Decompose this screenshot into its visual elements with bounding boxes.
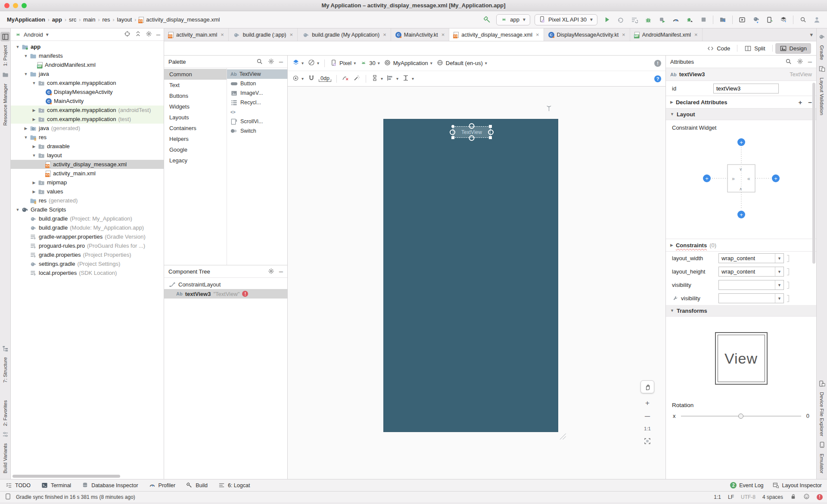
collapse-icon[interactable] [135,31,141,38]
error-indicator-icon[interactable]: ! [817,494,823,500]
device-in-editor-select[interactable]: Pixel▾ [330,59,356,67]
project-tree-row[interactable]: <> activity_display_message.xml [11,160,164,169]
toolwindow-label[interactable]: Gradle [819,45,824,60]
layout_height-select[interactable]: wrap_content▼ [718,267,784,277]
project-tree-row[interactable]: ▶ mipmap [11,178,164,187]
resize-handle-top-left[interactable] [451,125,454,128]
search-icon[interactable] [785,58,792,66]
project-tree-row[interactable]: gradle.properties (Project Properties) [11,250,164,259]
editor-mode-split[interactable]: Split [740,43,769,54]
project-view-selector[interactable]: Android ▼ [14,31,50,38]
palette-category-google[interactable]: Google [164,144,227,155]
locale-select[interactable]: Default (en-us)▾ [436,59,487,67]
component-tree-row[interactable]: AbtextView3 "TextView" ! [164,289,287,299]
palette-category-legacy[interactable]: Legacy [164,155,227,166]
project-tree-row[interactable]: MF AndroidManifest.xml [11,60,164,69]
editor-tab[interactable]: CMainActivity.kt× [391,28,450,41]
profile-app-button[interactable] [671,15,681,25]
default-margin-select[interactable]: 0dp [319,75,331,82]
editor-tab[interactable]: MFAndroidManifest.xml× [630,28,703,41]
device-resize-grip[interactable] [559,432,566,443]
close-tab-icon[interactable]: × [290,31,293,38]
breadcrumb-item[interactable]: MyApplication [5,16,47,23]
toolwindow-label[interactable]: 7: Structure [3,357,8,383]
palette-category-layouts[interactable]: Layouts [164,112,227,123]
rerun-debug-button[interactable] [684,15,695,25]
tree-twisty-icon[interactable]: ▶ [31,180,37,185]
toolwindow-label[interactable]: Layout Validation [819,78,824,115]
toolwindow-button-resource-manager[interactable] [0,70,10,80]
help-icon[interactable]: ? [654,75,661,82]
design-surface[interactable]: TextView [288,87,665,479]
resize-handle-top-right[interactable] [489,125,492,128]
component-tree-row[interactable]: ConstraintLayout [164,280,287,289]
project-tree-row[interactable]: res (generated) [11,196,164,205]
transforms-section-header[interactable]: ▼ Transforms [666,305,816,317]
tree-twisty-icon[interactable]: ▼ [22,54,29,58]
tree-twisty-icon[interactable]: ▼ [31,81,37,85]
tree-twisty-icon[interactable]: ▶ [31,117,37,121]
toolwindow-button-layout-inspector[interactable]: Layout Inspector [772,482,822,489]
constraints-section[interactable]: ▶ Constraints (0) [666,239,816,252]
selected-textview-widget[interactable]: TextView [453,126,491,138]
stop-button[interactable] [698,15,709,25]
constraint-anchor-right[interactable] [488,129,494,135]
toolwindow-button-event-log[interactable]: 2Event Log [730,482,763,488]
clear-constraints-button[interactable] [342,75,349,83]
constraint-anchor-top[interactable] [469,123,475,129]
surface-mode-select[interactable]: ▾ [292,59,304,68]
crosshair-icon[interactable] [124,31,131,38]
toolwindow-button-todo[interactable]: TODO [5,482,31,489]
editor-tab[interactable]: build.gradle (:app)× [229,28,298,41]
editor-tab[interactable]: build.gradle (My Application)× [298,28,391,41]
layout-section-header[interactable]: ▼ Layout [666,109,816,120]
project-tree-row[interactable]: local.properties (SDK Location) [11,268,164,277]
view-options-select[interactable]: ▾ [292,75,304,83]
palette-component[interactable]: Button [227,79,287,88]
project-tree-row[interactable]: ▼ app [11,42,164,51]
gradle-face-icon[interactable] [803,493,810,501]
palette-category-widgets[interactable]: Widgets [164,101,227,112]
minimize-icon[interactable]: ─ [156,31,160,38]
avd-manager-button[interactable] [737,15,747,25]
minimize-icon[interactable]: ─ [279,59,283,65]
project-tree-row[interactable]: gradle-wrapper.properties (Gradle Versio… [11,232,164,241]
render-issues-icon[interactable]: ! [654,60,661,67]
project-tree-row[interactable]: C MainActivity [11,96,164,106]
palette-category-helpers[interactable]: Helpers [164,134,227,144]
close-tab-icon[interactable]: × [536,31,539,38]
tree-twisty-icon[interactable]: ▼ [14,208,21,212]
minimize-icon[interactable]: ─ [279,268,283,275]
debug-button[interactable] [643,15,653,25]
close-tab-icon[interactable]: × [694,31,698,38]
tree-twisty-icon[interactable]: ▶ [22,126,29,131]
project-tree-row[interactable]: ▶ com.example.myapplication (androidTest… [11,106,164,115]
palette-component[interactable]: ScrollVi... [227,117,287,126]
breadcrumb-item[interactable]: res [101,16,112,23]
toolwindow-label[interactable]: Build Variants [3,443,8,473]
run-configuration-select[interactable]: app ▼ [496,14,530,25]
toolwindow-button-profiler[interactable]: Profiler [149,482,176,489]
run-button[interactable] [602,15,612,25]
project-tree-row[interactable]: ▼ res [11,133,164,142]
build-hammer-button[interactable] [482,15,492,25]
toolwindow-button-6-logcat[interactable]: 6: Logcat [218,482,250,489]
zoom-in-button[interactable]: + [645,399,650,407]
zoom-out-button[interactable]: ─ [645,413,650,420]
constraint-anchor-left[interactable] [450,129,455,135]
breadcrumb-file[interactable]: <>activity_display_message.xml [137,16,220,23]
editor-tab[interactable]: <>activity_display_message.xml× [449,28,544,41]
project-tree-row[interactable]: <> activity_main.xml [11,169,164,178]
palette-component[interactable]: ImageV... [227,88,287,98]
project-tree-row[interactable]: ▼ manifests [11,51,164,60]
add-attribute-button[interactable]: + [798,99,802,106]
project-tree-row[interactable]: ▼ Gradle Scripts [11,205,164,214]
layout_width-select[interactable]: wrap_content▼ [718,253,784,263]
close-tab-icon[interactable]: × [622,31,625,38]
device-screen[interactable]: TextView [383,119,558,432]
autoconnect-toggle[interactable] [308,75,315,83]
palette-component[interactable]: Recycl... [227,98,287,107]
tree-twisty-icon[interactable]: ▼ [22,135,29,140]
toolwindow-button-build[interactable]: Build [186,482,208,489]
gear-icon[interactable] [267,58,275,66]
